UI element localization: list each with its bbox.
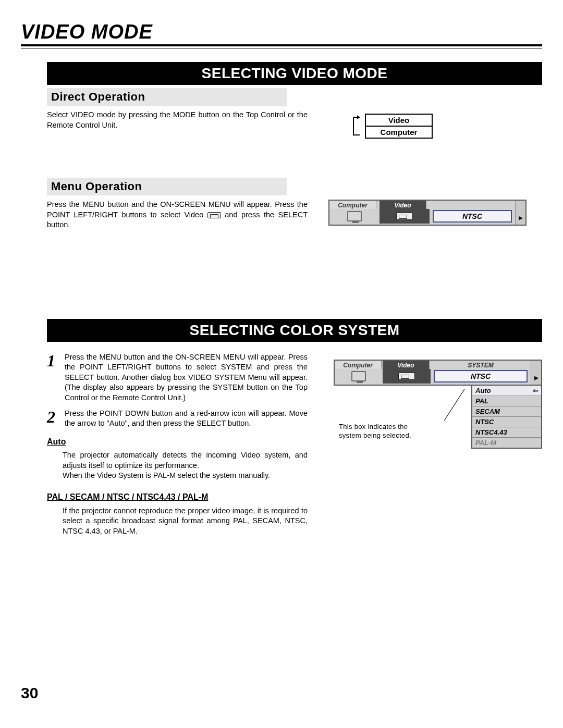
osd-menu-1: Computer Video NTSC ▸ bbox=[328, 200, 527, 226]
section-header-color-system: SELECTING COLOR SYSTEM bbox=[47, 319, 542, 342]
vcr-icon bbox=[383, 369, 431, 384]
vcr-inline-icon bbox=[207, 212, 221, 218]
auto-text-2: When the Video System is PAL-M select th… bbox=[63, 471, 308, 481]
system-option-secam: SECAM bbox=[472, 406, 541, 417]
osd2-ntsc-box: NTSC bbox=[434, 370, 528, 382]
system-option-palm: PAL-M bbox=[472, 438, 541, 448]
page-title: VIDEO MODE bbox=[21, 21, 542, 43]
computer-icon bbox=[335, 369, 383, 384]
left-arrow-icon: ⇐ bbox=[532, 387, 538, 394]
pal-text: If the projector cannot reproduce the pr… bbox=[63, 506, 308, 537]
step-2-text-a: Press the POINT DOWN button and a red-ar… bbox=[65, 409, 308, 428]
svg-line-0 bbox=[444, 389, 464, 421]
osd-tab-computer: Computer bbox=[329, 201, 376, 209]
mode-box-computer: Computer bbox=[365, 127, 433, 139]
subsection-menu-operation: Menu Operation bbox=[47, 178, 287, 195]
step-2-text-b: SELECT button. bbox=[197, 419, 251, 427]
osd2-system-label: SYSTEM bbox=[431, 361, 531, 369]
step-number-2: 2 bbox=[47, 409, 65, 429]
auto-text-1: The projector automatically detects the … bbox=[63, 450, 308, 471]
osd-ntsc-box: NTSC bbox=[433, 210, 512, 223]
direct-operation-text: Select VIDEO mode by pressing the MODE b… bbox=[47, 110, 308, 141]
vcr-icon bbox=[380, 209, 430, 224]
computer-icon bbox=[329, 209, 380, 224]
annotation-text: This box indicates the system being sele… bbox=[339, 423, 412, 440]
system-option-auto: Auto⇐ bbox=[472, 386, 541, 396]
page-number: 30 bbox=[21, 684, 38, 702]
subsection-direct-operation: Direct Operation bbox=[47, 88, 287, 106]
osd-tab-video: Video bbox=[380, 201, 426, 209]
video-system-list: Auto⇐PALSECAMNTSCNTSC4.43PAL-M bbox=[471, 385, 542, 449]
auto-heading: Auto bbox=[47, 436, 308, 448]
annotation-line bbox=[440, 389, 471, 427]
system-option-pal: PAL bbox=[472, 396, 541, 406]
step-2-text: Press the POINT DOWN button and a red-ar… bbox=[65, 409, 308, 429]
cycle-arrow-icon bbox=[349, 111, 362, 141]
step-1-text: Press the MENU button and the ON-SCREEN … bbox=[65, 352, 308, 403]
system-option-ntsc443: NTSC4.43 bbox=[472, 427, 541, 438]
mode-cycle-diagram: Video Computer bbox=[349, 111, 542, 141]
mode-box-video: Video bbox=[365, 114, 433, 127]
title-rule bbox=[21, 44, 542, 48]
system-option-ntsc: NTSC bbox=[472, 417, 541, 427]
pal-heading: PAL / SECAM / NTSC / NTSC4.43 / PAL-M bbox=[47, 491, 308, 503]
osd-right-arrow-icon: ▸ bbox=[531, 361, 541, 385]
menu-operation-text: Press the MENU button and the ON-SCREEN … bbox=[47, 200, 308, 230]
osd-menu-2: Computer Video SYSTEM NTSC ▸ bbox=[334, 360, 542, 386]
step-number-1: 1 bbox=[47, 352, 65, 403]
osd2-tab-computer: Computer bbox=[335, 361, 382, 369]
osd2-tab-video: Video bbox=[383, 361, 430, 369]
section-header-video-mode: SELECTING VIDEO MODE bbox=[47, 62, 542, 85]
osd-right-arrow-icon: ▸ bbox=[515, 201, 525, 225]
